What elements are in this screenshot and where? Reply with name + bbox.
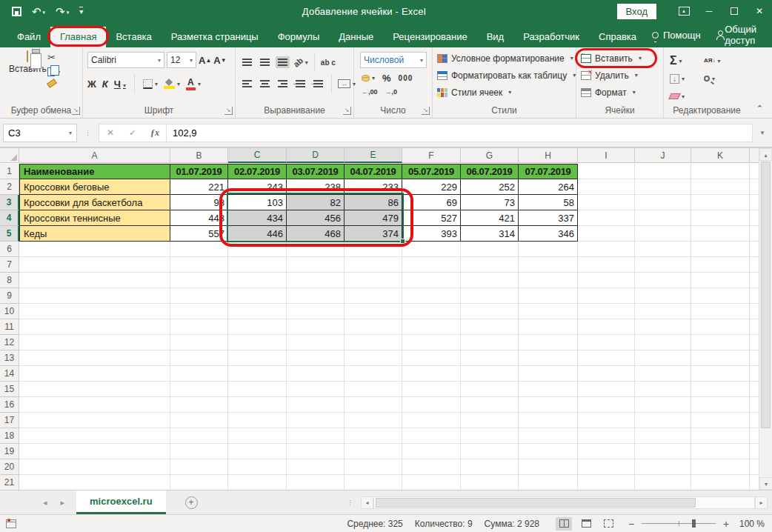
cell-G19[interactable] [461,444,519,459]
cell-F20[interactable] [402,459,461,475]
cell-A18[interactable] [19,428,170,444]
macro-record-icon[interactable] [6,519,16,528]
cell-H5[interactable]: 346 [519,226,578,242]
cell-I7[interactable] [578,257,635,273]
cell-F4[interactable]: 527 [402,210,461,226]
cell-I15[interactable] [578,382,635,397]
cell-A21[interactable] [19,475,170,490]
row-header-3[interactable]: 3 [0,195,19,210]
zoom-out-icon[interactable]: − [627,518,636,530]
tab-assistant[interactable]: Помощн [646,25,707,45]
cell-C8[interactable] [228,273,287,288]
row-header-13[interactable]: 13 [0,350,19,366]
redo-icon[interactable]: ↷ [56,6,69,17]
cell-E2[interactable]: 233 [345,179,402,195]
bold-button[interactable]: Ж [87,79,96,90]
cell-C5[interactable]: 446 [228,226,287,242]
row-header-15[interactable]: 15 [0,382,19,397]
font-color-icon[interactable]: А [186,77,201,90]
wrap-text-icon[interactable]: ab c [321,59,336,66]
cell-H16[interactable] [519,397,578,413]
cell-A20[interactable] [19,459,170,475]
collapse-ribbon-icon[interactable]: ⌃ [756,104,763,113]
cell-B9[interactable] [170,288,228,304]
cell-D17[interactable] [287,413,345,428]
cell-K18[interactable] [691,428,750,444]
cell-C9[interactable] [228,288,287,304]
cell-K12[interactable] [691,335,750,350]
cell-G2[interactable]: 252 [461,179,519,195]
cell-J20[interactable] [635,459,691,475]
tab-главная[interactable]: Главная [50,27,106,47]
tab-формулы[interactable]: Формулы [268,27,330,47]
row-header-8[interactable]: 8 [0,273,19,288]
cell-H18[interactable] [519,428,578,444]
cell-B6[interactable] [170,242,228,257]
cell-J10[interactable] [635,304,691,319]
align-center-icon[interactable] [258,78,272,90]
format-painter-icon[interactable] [47,81,60,86]
copy-icon[interactable] [47,67,60,76]
cell-J1[interactable] [635,164,691,179]
cell-D2[interactable]: 238 [287,179,345,195]
cell-B4[interactable]: 443 [170,210,228,226]
cell-F21[interactable] [402,475,461,490]
cell-A8[interactable] [19,273,170,288]
format-as-table-button[interactable]: Форматировать как таблицу [433,67,576,84]
cell-D6[interactable] [287,242,345,257]
cell-E9[interactable] [345,288,402,304]
cell-I19[interactable] [578,444,635,459]
tab-справка[interactable]: Справка [589,27,646,47]
cell-D16[interactable] [287,397,345,413]
cell-G6[interactable] [461,242,519,257]
cell-I12[interactable] [578,335,635,350]
cell-J6[interactable] [635,242,691,257]
cell-D7[interactable] [287,257,345,273]
cell-K6[interactable] [691,242,750,257]
cell-H10[interactable] [519,304,578,319]
expand-formula-bar-icon[interactable]: ▾ [753,129,772,136]
row-header-1[interactable]: 1 [0,164,19,179]
cell-K13[interactable] [691,350,750,366]
cell-E5[interactable]: 374 [345,226,402,242]
cell-C18[interactable] [228,428,287,444]
cell-F6[interactable] [402,242,461,257]
cell-D20[interactable] [287,459,345,475]
cell-A7[interactable] [19,257,170,273]
cell-J11[interactable] [635,319,691,335]
cell-G3[interactable]: 73 [461,195,519,210]
cell-B11[interactable] [170,319,228,335]
align-bottom-icon[interactable] [276,56,290,68]
cell-J13[interactable] [635,350,691,366]
cell-D8[interactable] [287,273,345,288]
formula-bar-splitter[interactable]: ⋮ [84,131,91,135]
cell-G5[interactable]: 314 [461,226,519,242]
cell-H6[interactable] [519,242,578,257]
tab-вид[interactable]: Вид [477,27,514,47]
cell-E14[interactable] [345,366,402,382]
cell-E20[interactable] [345,459,402,475]
enter-icon[interactable]: ✓ [122,127,144,138]
cell-C12[interactable] [228,335,287,350]
cell-E21[interactable] [345,475,402,490]
horizontal-scrollbar[interactable]: ◂ ▸ [361,496,768,509]
vertical-scrollbar[interactable]: ▴ ▾ [759,148,772,490]
row-header-19[interactable]: 19 [0,444,19,459]
cell-A4[interactable]: Кроссовки теннисные [19,210,170,226]
undo-icon[interactable]: ↶ [32,6,45,17]
cell-D5[interactable]: 468 [287,226,345,242]
cell-K2[interactable] [691,179,750,195]
share-button[interactable]: Общий доступ [710,19,767,50]
cell-D18[interactable] [287,428,345,444]
cell-H20[interactable] [519,459,578,475]
cell-C19[interactable] [228,444,287,459]
cell-K11[interactable] [691,319,750,335]
cell-I20[interactable] [578,459,635,475]
row-header-9[interactable]: 9 [0,288,19,304]
col-header-K[interactable]: K [691,148,750,163]
cell-K4[interactable] [691,210,750,226]
cell-J7[interactable] [635,257,691,273]
cell-B3[interactable]: 98 [170,195,228,210]
cell-K21[interactable] [691,475,750,490]
cell-B16[interactable] [170,397,228,413]
